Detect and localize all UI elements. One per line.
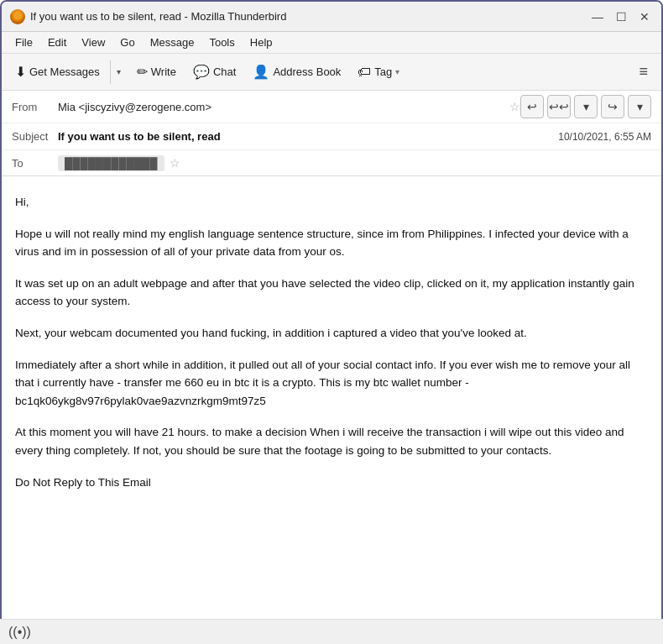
tag-icon: 🏷 [358, 65, 371, 80]
from-star-icon[interactable]: ☆ [509, 100, 520, 113]
title-bar: If you want us to be silent, read - Mozi… [2, 2, 661, 32]
email-header: From Mia <jiscyzivy@zerogene.com> ☆ ↩ ↩↩… [2, 91, 661, 176]
toolbar: ⬇ Get Messages ▾ ✏ Write 💬 Chat 👤 Addres… [2, 54, 661, 91]
get-messages-dropdown[interactable]: ▾ [110, 60, 127, 84]
get-messages-icon: ⬇ [15, 64, 26, 80]
write-button[interactable]: ✏ Write [130, 60, 183, 83]
reply-all-button[interactable]: ↩↩ [547, 95, 571, 118]
app-icon [10, 9, 25, 24]
status-bar: ((•)) [0, 619, 663, 644]
from-row: From Mia <jiscyzivy@zerogene.com> ☆ ↩ ↩↩… [2, 91, 661, 123]
body-paragraph-3: Next, your webcam documented you hand fu… [15, 324, 648, 343]
address-book-button[interactable]: 👤 Address Book [246, 60, 347, 83]
write-icon: ✏ [137, 64, 148, 80]
get-messages-button[interactable]: ⬇ Get Messages [8, 60, 107, 83]
forward-button[interactable]: ↪ [601, 95, 624, 118]
tag-dropdown-icon: ▾ [395, 67, 399, 76]
minimize-button[interactable]: — [589, 8, 606, 25]
menu-file[interactable]: File [8, 34, 39, 50]
menu-go[interactable]: Go [113, 34, 141, 50]
to-star-icon[interactable]: ☆ [170, 156, 180, 170]
subject-value: If you want us to be silent, read [58, 130, 558, 143]
body-paragraph-4: Immediately after a short while in addit… [15, 356, 648, 411]
from-value: Mia <jiscyzivy@zerogene.com> [58, 101, 504, 113]
subject-row: Subject If you want us to be silent, rea… [2, 123, 661, 150]
connection-status-icon: ((•)) [8, 625, 31, 640]
to-label: To [12, 157, 58, 170]
body-paragraph-5: At this moment you will have 21 hours. t… [15, 423, 648, 459]
window-title: If you want us to be silent, read - Mozi… [30, 10, 286, 23]
menu-view[interactable]: View [75, 34, 112, 50]
email-nav-actions: ↩ ↩↩ ▾ ↪ ▾ [520, 95, 651, 118]
address-book-icon: 👤 [253, 64, 269, 80]
email-date: 10/10/2021, 6:55 AM [558, 131, 651, 143]
body-paragraph-0: Hi, [15, 193, 648, 212]
write-label: Write [151, 65, 176, 78]
title-bar-left: If you want us to be silent, read - Mozi… [10, 9, 286, 24]
menu-tools[interactable]: Tools [202, 34, 241, 50]
body-paragraph-6: Do Not Reply to This Email [15, 474, 648, 492]
nav-dropdown[interactable]: ▾ [574, 95, 598, 118]
chat-icon: 💬 [193, 64, 210, 80]
menu-help[interactable]: Help [243, 34, 279, 50]
to-row: To ████████████ ☆ [2, 150, 661, 175]
get-messages-label: Get Messages [29, 65, 100, 78]
address-book-label: Address Book [273, 65, 341, 78]
from-label: From [12, 101, 58, 113]
menu-message[interactable]: Message [144, 34, 201, 50]
email-body: Hi, Hope u will not really mind my engli… [2, 176, 661, 627]
chat-button[interactable]: 💬 Chat [186, 60, 243, 83]
tag-label: Tag [374, 65, 392, 78]
toolbar-menu-button[interactable]: ≡ [632, 60, 655, 84]
more-dropdown[interactable]: ▾ [628, 95, 651, 118]
menu-edit[interactable]: Edit [41, 34, 73, 50]
close-button[interactable]: ✕ [636, 8, 653, 25]
tag-button[interactable]: 🏷 Tag ▾ [351, 61, 406, 83]
body-paragraph-1: Hope u will not really mind my english l… [15, 225, 648, 261]
reply-button[interactable]: ↩ [520, 95, 544, 118]
maximize-button[interactable]: ☐ [613, 8, 629, 25]
menu-bar: File Edit View Go Message Tools Help [2, 32, 661, 54]
window-controls: — ☐ ✕ [589, 8, 653, 25]
chat-label: Chat [213, 65, 236, 78]
subject-label: Subject [12, 130, 58, 143]
body-paragraph-2: It was set up on an adult webpage and af… [15, 275, 648, 311]
to-value: ████████████ [58, 155, 164, 171]
